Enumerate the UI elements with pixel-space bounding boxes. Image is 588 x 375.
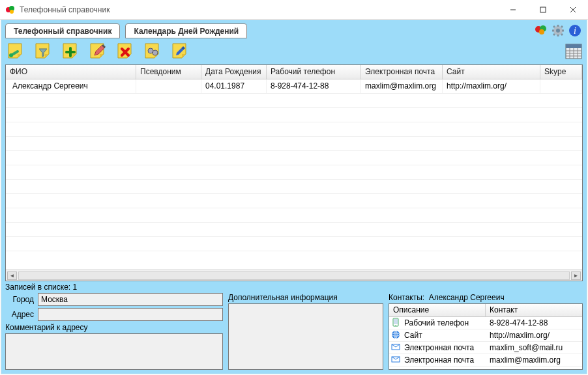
svg-rect-31 bbox=[566, 44, 581, 48]
minimize-button[interactable] bbox=[498, 0, 528, 20]
svg-text:i: i bbox=[574, 26, 576, 36]
toolbar-filter-button[interactable] bbox=[33, 40, 53, 61]
contacts-value: maxlim_soft@mail.ru bbox=[486, 343, 582, 352]
address-panel: Город Адрес Комментарий к адресу bbox=[5, 293, 223, 370]
toolbar bbox=[1, 38, 587, 63]
col-alias[interactable]: Псевдоним bbox=[136, 65, 201, 79]
address-field[interactable] bbox=[38, 308, 223, 321]
contacts-grid[interactable]: Описание Контакт Рабочий телефон8-928-47… bbox=[389, 303, 583, 370]
contacts-desc: Электронная почта bbox=[404, 343, 486, 352]
svg-line-19 bbox=[553, 34, 555, 35]
toolbar-export-button[interactable] bbox=[169, 40, 190, 61]
svg-rect-39 bbox=[394, 319, 398, 324]
tab-phonebook[interactable]: Телефонный справочник bbox=[5, 23, 120, 38]
col-email[interactable]: Электронная почта bbox=[361, 65, 443, 79]
contacts-panel: Контакты: Александр Сергееич Описание Ко… bbox=[389, 293, 583, 370]
col-fio[interactable]: ФИО bbox=[6, 65, 136, 79]
window-title: Телефонный справочник bbox=[20, 5, 498, 14]
cell-alias bbox=[136, 79, 201, 93]
scroll-track[interactable] bbox=[18, 271, 570, 280]
svg-point-40 bbox=[395, 325, 396, 326]
info-icon[interactable]: i bbox=[568, 24, 581, 37]
svg-point-28 bbox=[153, 50, 158, 55]
contacts-caption: Контакты: Александр Сергееич bbox=[389, 293, 583, 302]
globe-icon bbox=[391, 330, 402, 340]
client-area: Телефонный справочник Календарь Дней Рож… bbox=[1, 20, 587, 374]
col-dob[interactable]: Дата Рождения bbox=[201, 65, 267, 79]
settings-icon[interactable] bbox=[551, 24, 565, 37]
svg-line-17 bbox=[561, 34, 563, 35]
contacts-col-desc[interactable]: Описание bbox=[389, 304, 486, 316]
cell-site: http://maxlim.org/ bbox=[443, 79, 540, 93]
tab-calendar[interactable]: Календарь Дней Рождений bbox=[125, 23, 247, 38]
table-row[interactable]: Александр Сергееич 04.01.1987 8-928-474-… bbox=[6, 79, 582, 94]
app-icon bbox=[5, 5, 16, 15]
cell-fio: Александр Сергееич bbox=[6, 79, 136, 93]
svg-line-16 bbox=[553, 26, 555, 27]
contacts-col-contact[interactable]: Контакт bbox=[486, 304, 582, 316]
record-count-label: Записей в списке: 1 bbox=[5, 283, 77, 292]
cell-workphone: 8-928-474-12-88 bbox=[267, 79, 361, 93]
contacts-value: 8-928-474-12-88 bbox=[486, 318, 582, 327]
contacts-table[interactable]: ФИО Псевдоним Дата Рождения Рабочий теле… bbox=[5, 64, 583, 281]
toolbar-search-button[interactable] bbox=[142, 40, 163, 61]
extra-panel: Дополнительная информация bbox=[228, 293, 383, 370]
col-skype[interactable]: Skype bbox=[540, 65, 582, 79]
contacts-value: http://maxlim.org/ bbox=[486, 331, 582, 340]
svg-point-2 bbox=[10, 10, 14, 14]
contacts-desc: Сайт bbox=[404, 331, 486, 340]
mail-icon bbox=[391, 342, 402, 353]
address-comment-label: Комментарий к адресу bbox=[5, 323, 223, 332]
mail-icon bbox=[391, 355, 402, 365]
contacts-row[interactable]: Электронная почтаmaxlim@maxlim.org bbox=[389, 354, 582, 367]
contacts-desc: Электронная почта bbox=[404, 355, 486, 365]
close-button[interactable] bbox=[558, 0, 588, 20]
svg-point-22 bbox=[9, 53, 13, 57]
toolbar-add-button[interactable] bbox=[60, 40, 81, 61]
svg-point-11 bbox=[556, 29, 560, 33]
details-panel: Город Адрес Комментарий к адресу Дополни… bbox=[5, 293, 583, 370]
scroll-right-button[interactable]: ► bbox=[571, 271, 581, 280]
phone-icon bbox=[391, 318, 402, 328]
col-workphone[interactable]: Рабочий телефон bbox=[267, 65, 361, 79]
contacts-row[interactable]: Электронная почтаmaxlim_soft@mail.ru bbox=[389, 342, 582, 354]
horizontal-scrollbar[interactable]: ◄ ► bbox=[6, 270, 582, 281]
balloons-icon[interactable] bbox=[535, 24, 548, 37]
toolbar-edit-button[interactable] bbox=[87, 40, 108, 61]
address-comment-memo[interactable] bbox=[5, 333, 223, 370]
cell-email: maxlim@maxlim.org bbox=[361, 79, 443, 93]
tab-row: Телефонный справочник Календарь Дней Рож… bbox=[1, 20, 587, 38]
table-body[interactable]: Александр Сергееич 04.01.1987 8-928-474-… bbox=[6, 79, 582, 270]
scroll-left-button[interactable]: ◄ bbox=[7, 271, 17, 280]
cell-dob: 04.01.1987 bbox=[201, 79, 267, 93]
city-label: Город bbox=[5, 295, 34, 304]
city-field[interactable] bbox=[38, 293, 223, 306]
toolbar-delete-button[interactable] bbox=[115, 40, 136, 61]
table-header: ФИО Псевдоним Дата Рождения Рабочий теле… bbox=[6, 65, 582, 79]
contacts-row[interactable]: Рабочий телефон8-928-474-12-88 bbox=[389, 317, 582, 329]
svg-line-18 bbox=[561, 26, 563, 27]
toolbar-calendar-button[interactable] bbox=[563, 40, 584, 61]
svg-point-9 bbox=[539, 29, 544, 35]
extra-caption: Дополнительная информация bbox=[228, 293, 383, 302]
titlebar: Телефонный справочник bbox=[0, 0, 588, 20]
contacts-desc: Рабочий телефон bbox=[404, 318, 486, 327]
cell-skype bbox=[540, 79, 582, 93]
address-label: Адрес bbox=[5, 310, 34, 319]
contacts-value: maxlim@maxlim.org bbox=[486, 355, 582, 365]
toolbar-new-button[interactable] bbox=[5, 40, 26, 61]
contacts-row[interactable]: Сайтhttp://maxlim.org/ bbox=[389, 329, 582, 342]
col-site[interactable]: Сайт bbox=[443, 65, 540, 79]
extra-memo[interactable] bbox=[228, 303, 383, 370]
maximize-button[interactable] bbox=[528, 0, 558, 20]
svg-rect-4 bbox=[540, 7, 546, 12]
